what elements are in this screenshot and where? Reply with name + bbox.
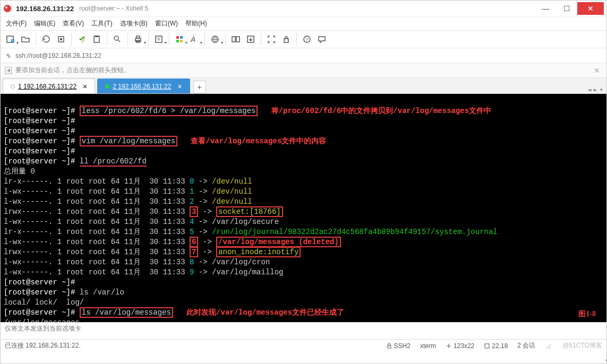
copy-button[interactable] [75,32,89,46]
menu-tools[interactable]: 工具(T) [91,19,112,28]
tab-session-1[interactable]: 1 192.168.26.131:22× [3,79,95,93]
maximize-button[interactable]: ☐ [556,2,577,15]
tab-nav-next[interactable]: ► [594,86,597,93]
window-subtitle: root@server:~ - Xshell 5 [79,5,148,12]
menu-tabs[interactable]: 选项卡(B) [120,19,148,28]
svg-rect-26 [388,345,391,348]
reconnect-button[interactable] [39,32,53,46]
status-connection: 已连接 192.168.26.131:22. [5,341,81,350]
hint-text: 要添加当前会话，点击左侧的箭头按钮。 [15,66,130,75]
menu-edit[interactable]: 编辑(E) [34,19,55,28]
window-host: 192.168.26.131:22 [16,5,74,13]
menu-view[interactable]: 查看(V) [63,19,84,28]
svg-rect-27 [485,344,489,348]
status-size: 123x22 [446,342,474,350]
fullscreen-button[interactable] [264,32,278,46]
menu-file[interactable]: 文件(F) [6,19,27,28]
tab-session-2[interactable]: 2 192.168.26.131:22× [97,79,190,93]
menubar: 文件(F) 编辑(E) 查看(V) 工具(T) 选项卡(B) 窗口(W) 帮助(… [1,16,606,30]
arrow-add-icon[interactable] [5,67,12,74]
tab-close-1[interactable]: × [83,82,87,91]
svg-rect-20 [236,37,240,42]
menu-window[interactable]: 窗口(W) [155,19,178,28]
tab-nav-menu[interactable]: ▾ [600,86,603,93]
close-hint-button[interactable]: ✕ [592,65,602,76]
menu-help[interactable]: 帮助(H) [185,19,207,28]
font-button[interactable]: A▾ [187,32,201,46]
tab-nav-prev[interactable]: ◄ [587,86,591,93]
svg-rect-15 [176,40,179,42]
status-term: xterm [420,342,436,350]
tab-close-2[interactable]: × [177,82,182,91]
close-button[interactable]: ✕ [577,2,604,15]
minimize-button[interactable]: — [535,2,556,15]
svg-text:A: A [190,35,195,44]
toolbar: ▾ ▾ ▾ ▾ A▾ ▾ ? ▾ [1,30,606,48]
color-button[interactable]: ▾ [173,32,186,46]
tab-add-button[interactable]: + [193,81,206,93]
svg-point-1 [5,6,7,8]
paste-button[interactable] [90,32,104,46]
feedback-button[interactable] [315,32,329,46]
figure-label: 图1-8 [578,309,596,319]
svg-point-8 [114,36,118,40]
svg-rect-12 [156,36,162,42]
svg-rect-13 [176,36,179,39]
svg-rect-14 [180,36,183,39]
search-button[interactable] [110,32,124,46]
globe-button[interactable]: ▾ [208,32,222,46]
print-button[interactable]: ▾ [131,32,145,46]
disconnect-button[interactable] [54,32,68,46]
svg-rect-10 [136,36,140,38]
status-pos: 22,18 [484,342,508,350]
app-icon [3,4,12,13]
svg-rect-19 [232,37,235,42]
svg-rect-16 [180,40,183,42]
status-grip [545,342,553,350]
open-button[interactable] [19,32,32,46]
lock-button[interactable] [279,32,293,46]
link-icon [5,52,12,59]
terminal[interactable]: [root@server ~]# less /proc/602/fd/6 > /… [1,94,606,322]
status-ssh: SSH2 [386,342,411,350]
transfer-button[interactable] [229,32,243,46]
command-input[interactable] [5,325,602,333]
script-button[interactable] [244,32,258,46]
new-session-button[interactable]: ▾ [4,32,18,46]
properties-button[interactable]: ▾ [152,32,166,46]
svg-text:?: ? [306,37,309,42]
help-button[interactable]: ? [300,32,314,46]
svg-point-0 [4,5,11,12]
status-sessions: 2 会话 [517,341,535,350]
svg-rect-22 [284,39,288,42]
address-text[interactable]: ssh://root@192.168.26.131:22 [15,52,101,59]
svg-rect-7 [95,36,98,37]
svg-rect-5 [60,38,62,40]
watermark: @51CTO博客 [562,341,602,350]
